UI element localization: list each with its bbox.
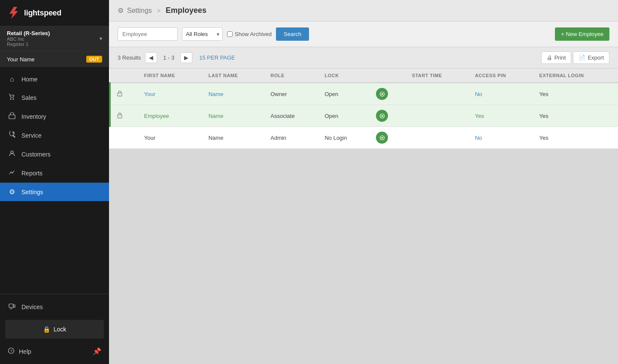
user-name: Your Name xyxy=(7,56,35,63)
breadcrumb-separator: > xyxy=(157,7,161,14)
row-lock-btn[interactable] xyxy=(370,83,406,105)
lock-label: Lock xyxy=(54,326,67,333)
print-label: Print xyxy=(554,54,566,61)
svg-rect-10 xyxy=(118,93,122,96)
store-selector[interactable]: Retail (R-Series) ABC Inc Register 1 ▾ xyxy=(0,26,109,51)
user-status-badge: OUT xyxy=(86,56,102,63)
sidebar-item-customers-label: Customers xyxy=(21,151,51,158)
help-icon: ? xyxy=(8,347,15,355)
breadcrumb-settings[interactable]: Settings xyxy=(127,7,152,15)
svg-point-12 xyxy=(381,93,383,95)
sidebar-item-devices[interactable]: Devices xyxy=(0,298,109,316)
print-button[interactable]: 🖨 Print xyxy=(541,51,572,64)
sidebar-item-settings-label: Settings xyxy=(21,189,43,196)
svg-text:?: ? xyxy=(10,349,12,353)
row-access-pin[interactable]: No xyxy=(469,127,533,149)
notification-icon: 📌 xyxy=(93,347,101,355)
col-start-time: START TIME xyxy=(406,69,469,83)
row-last-name: Name xyxy=(203,127,265,149)
sales-icon xyxy=(8,93,16,102)
sidebar-item-sales-label: Sales xyxy=(21,94,36,101)
sidebar-item-inventory[interactable]: Inventory xyxy=(0,107,109,126)
export-label: Export xyxy=(588,54,604,61)
export-icon: 📄 xyxy=(579,54,585,61)
sidebar-item-service-label: Service xyxy=(21,132,42,139)
row-last-name[interactable]: Name xyxy=(203,83,265,105)
row-lock: Open xyxy=(318,83,370,105)
row-last-name[interactable]: Name xyxy=(203,105,265,127)
prev-page-button[interactable]: ◀ xyxy=(145,52,157,63)
service-icon xyxy=(8,131,16,140)
row-first-name[interactable]: Your xyxy=(138,83,203,105)
row-lock-icon xyxy=(110,83,138,105)
employees-table: FIRST NAME LAST NAME ROLE LOCK START TIM… xyxy=(109,69,618,149)
per-page-selector[interactable]: 15 PER PAGE xyxy=(199,54,235,61)
sidebar-item-help[interactable]: ? Help 📌 xyxy=(0,342,109,361)
export-button[interactable]: 📄 Export xyxy=(573,51,609,64)
table-row: Employee Name Associate Open Yes Yes xyxy=(110,105,618,127)
employee-search-input[interactable] xyxy=(118,27,178,41)
table-header-row: FIRST NAME LAST NAME ROLE LOCK START TIM… xyxy=(110,69,618,83)
role-select[interactable]: All Roles Owner Admin Associate xyxy=(182,27,223,41)
sidebar-item-home[interactable]: ⌂ Home xyxy=(0,70,109,88)
chevron-down-icon: ▾ xyxy=(100,36,102,42)
col-external-login: EXTERNAL LOGIN xyxy=(533,69,618,83)
row-lock-btn[interactable] xyxy=(370,127,406,149)
lock-toggle-button[interactable] xyxy=(376,110,388,122)
toolbar: All Roles Owner Admin Associate Show Arc… xyxy=(109,21,618,47)
show-archived-text: Show Archived xyxy=(235,31,272,37)
row-external-login: Yes xyxy=(533,105,618,127)
pagination-bar: 3 Results ◀ 1 - 3 ▶ 15 PER PAGE 🖨 Print … xyxy=(109,47,618,69)
row-role: Owner xyxy=(264,83,318,105)
sidebar-item-service[interactable]: Service xyxy=(0,126,109,145)
sidebar-item-inventory-label: Inventory xyxy=(21,113,46,120)
employees-table-wrapper: FIRST NAME LAST NAME ROLE LOCK START TIM… xyxy=(109,69,618,149)
sidebar-item-reports[interactable]: Reports xyxy=(0,164,109,183)
row-role: Admin xyxy=(264,127,318,149)
row-access-pin[interactable]: Yes xyxy=(469,105,533,127)
row-first-name: Your xyxy=(138,127,203,149)
header-gear-icon: ⚙ xyxy=(118,6,124,15)
show-archived-label[interactable]: Show Archived xyxy=(227,31,272,37)
sidebar-item-reports-label: Reports xyxy=(21,170,42,177)
register-name: Register 1 xyxy=(7,42,50,47)
sidebar-item-customers[interactable]: Customers xyxy=(0,145,109,164)
svg-point-17 xyxy=(381,137,383,138)
svg-marker-0 xyxy=(9,7,18,19)
row-lock-btn[interactable] xyxy=(370,105,406,127)
sidebar-item-home-label: Home xyxy=(21,76,37,83)
next-page-button[interactable]: ▶ xyxy=(180,52,192,63)
new-employee-button[interactable]: + New Employee xyxy=(555,27,609,41)
search-button[interactable]: Search xyxy=(276,27,309,41)
sidebar-item-settings[interactable]: ⚙ Settings xyxy=(0,183,109,201)
row-lock: Open xyxy=(318,105,370,127)
row-lock-icon xyxy=(110,127,138,149)
col-lock-icon xyxy=(110,69,138,83)
col-access-pin: ACCESS PIN xyxy=(469,69,533,83)
user-menu[interactable]: Your Name OUT xyxy=(0,51,109,67)
lock-toggle-button[interactable] xyxy=(376,132,388,144)
print-icon: 🖨 xyxy=(547,54,552,61)
sidebar-item-sales[interactable]: Sales xyxy=(0,88,109,107)
inventory-icon xyxy=(8,112,16,121)
lock-toggle-button[interactable] xyxy=(376,88,388,100)
results-count: 3 Results xyxy=(118,54,141,61)
col-last-name: LAST NAME xyxy=(203,69,265,83)
col-lock: LOCK xyxy=(318,69,370,83)
svg-rect-6 xyxy=(13,305,15,307)
help-label: Help xyxy=(19,348,31,355)
sidebar-logo[interactable]: lightspeed xyxy=(0,0,109,26)
page-range: 1 - 3 xyxy=(161,54,176,61)
lock-button[interactable]: 🔒 Lock xyxy=(5,320,104,339)
company-name: ABC Inc xyxy=(7,36,50,42)
show-archived-checkbox[interactable] xyxy=(227,31,233,37)
row-lock-icon xyxy=(110,105,138,127)
role-select-wrapper: All Roles Owner Admin Associate xyxy=(182,27,223,41)
row-access-pin[interactable]: No xyxy=(469,83,533,105)
settings-icon: ⚙ xyxy=(8,188,16,196)
reports-icon xyxy=(8,169,16,177)
lock-icon: 🔒 xyxy=(43,326,50,333)
svg-rect-3 xyxy=(9,115,15,119)
row-first-name[interactable]: Employee xyxy=(138,105,203,127)
table-area: 3 Results ◀ 1 - 3 ▶ 15 PER PAGE 🖨 Print … xyxy=(109,47,618,364)
